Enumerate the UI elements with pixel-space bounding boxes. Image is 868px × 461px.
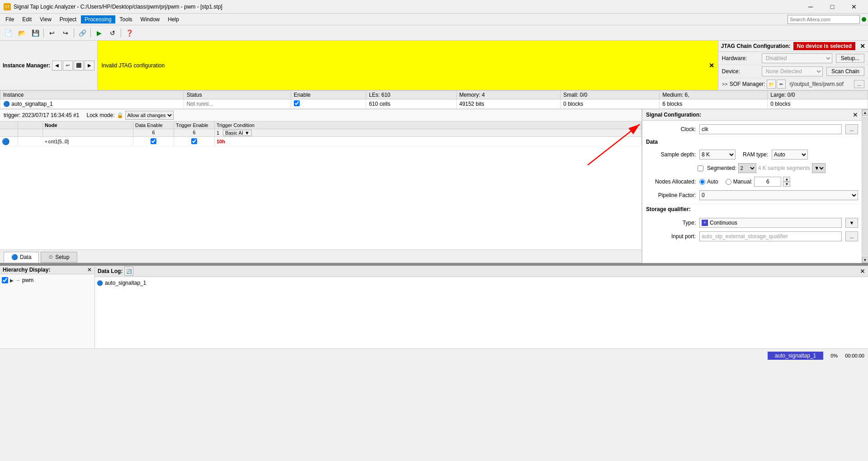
tab-data[interactable]: 🔵 Data [4, 252, 39, 263]
menu-tools[interactable]: Tools [116, 15, 136, 24]
segmented-type-select[interactable]: ▼ [812, 163, 826, 173]
instance-manager-label: Instance Manager: [3, 62, 50, 69]
toolbar-separator-3 [90, 28, 91, 38]
nodes-increment-button[interactable]: ▲ [783, 177, 790, 182]
device-select[interactable]: None Detected [762, 66, 823, 76]
menu-project[interactable]: Project [56, 15, 80, 24]
nodes-manual-radio[interactable] [726, 179, 731, 185]
minimize-button[interactable]: ─ [800, 0, 821, 14]
scan-chain-button[interactable]: Scan Chain [826, 67, 864, 76]
status-instance-tab[interactable]: auto_signaltap_1 [768, 352, 823, 360]
basic-ai-select[interactable]: Basic AI ▼ [223, 130, 252, 136]
col-instance: Instance [0, 91, 184, 99]
tab-setup[interactable]: ⚙ Setup [41, 252, 77, 263]
row-trig-enable[interactable] [174, 137, 215, 146]
menu-file[interactable]: File [2, 15, 18, 24]
segmented-label: Segmented: [707, 165, 736, 171]
datalog-item-icon: 🔵 [97, 280, 103, 286]
menu-edit[interactable]: Edit [19, 15, 35, 24]
new-button[interactable]: 📄 [2, 27, 14, 39]
link-button[interactable]: 🔗 [76, 27, 89, 39]
trigger-text: trigger: 2023/07/17 16:34:45 #1 [4, 112, 79, 118]
sof-more-button[interactable]: ... [854, 80, 864, 88]
row-data-enable[interactable] [133, 137, 174, 146]
datalog-item[interactable]: 🔵 auto_signaltap_1 [97, 279, 866, 287]
row-name: + cnt1[5..0] [43, 138, 133, 145]
menu-view[interactable]: View [36, 15, 55, 24]
input-port-label: Input port: [646, 233, 696, 240]
segments-count-select[interactable]: 2 [738, 163, 756, 173]
instance-enable[interactable] [291, 99, 366, 109]
menu-window[interactable]: Window [137, 15, 164, 24]
scroll-thumb[interactable] [862, 117, 868, 256]
menu-processing[interactable]: Processing [81, 15, 115, 24]
sof-label: SOF Manager: [730, 81, 765, 87]
setup-button[interactable]: Setup... [836, 54, 864, 63]
sof-arrows: >> [722, 81, 728, 87]
input-port-input[interactable] [699, 231, 842, 241]
nodes-auto-radio[interactable] [699, 179, 705, 185]
clock-input[interactable] [699, 124, 842, 134]
sub-trig-en: 6 [174, 129, 215, 136]
ram-type-select[interactable]: Auto [772, 150, 808, 160]
im-btn-4[interactable]: ▶ [85, 61, 94, 71]
signal-config-close-button[interactable]: ✕ [853, 111, 858, 118]
datalog-item-label: auto_signaltap_1 [105, 280, 146, 286]
hierarchy-pwm-checkbox[interactable] [2, 277, 8, 283]
hierarchy-expand-icon: ▶ [10, 278, 14, 283]
alert-close-button[interactable]: ✕ [709, 62, 714, 69]
nodes-manual-label: Manual: [733, 179, 753, 185]
nodes-decrement-button[interactable]: ▼ [783, 182, 790, 187]
table-row[interactable]: 🔵 auto_signaltap_1 Not runni... 610 cell… [0, 99, 868, 109]
signal-data-row[interactable]: 🔵 + cnt1[5..0] 10h [0, 137, 642, 146]
im-btn-3[interactable]: ⬛ [74, 61, 84, 71]
clock-browse-button[interactable]: ... [845, 124, 858, 134]
pipeline-label: Pipeline Factor: [646, 192, 696, 198]
restart-button[interactable]: ↺ [106, 27, 119, 39]
input-port-browse-button[interactable]: ... [845, 231, 858, 241]
sof-edit-icon[interactable]: ✏ [777, 80, 786, 89]
help-button[interactable]: ❓ [123, 27, 136, 39]
signal-panel: trigger: 2023/07/17 16:34:45 #1 Lock mod… [0, 109, 642, 263]
menu-help[interactable]: Help [164, 15, 183, 24]
scroll-up-button[interactable]: ▲ [862, 109, 868, 116]
sof-folder-icon[interactable]: 📁 [767, 80, 776, 89]
title-bar: ST Signal Tap Logic Analyzer - C:/Users/… [0, 0, 868, 14]
save-button[interactable]: 💾 [29, 27, 42, 39]
scroll-down-button[interactable]: ▼ [862, 257, 868, 263]
search-input[interactable] [788, 15, 860, 24]
sub-name [43, 129, 133, 136]
datalog-refresh-button[interactable]: 🔄 [124, 267, 133, 276]
signal-config-scrollbar[interactable]: ▲ ▼ [862, 109, 868, 263]
sub-trig-cond: 1 Basic AI ▼ [215, 129, 642, 136]
undo-button[interactable]: ↩ [46, 27, 58, 39]
hierarchy-close-button[interactable]: ✕ [87, 267, 92, 273]
jtag-close-button[interactable]: ✕ [860, 42, 865, 50]
close-button[interactable]: ✕ [844, 0, 864, 14]
no-device-badge: No device is selected [793, 42, 855, 50]
run-button[interactable]: ▶ [93, 27, 105, 39]
hierarchy-item-pwm[interactable]: ▶ → pwm [2, 276, 93, 284]
sub-type [0, 129, 18, 136]
pipeline-select[interactable]: 0 [699, 190, 858, 200]
nodes-allocated-row: Nodes Allocated: Auto Manual: ▲ [646, 177, 858, 187]
instance-memory: 49152 bits [456, 99, 560, 109]
ram-type-label: RAM type: [743, 151, 768, 158]
segmented-checkbox[interactable] [698, 165, 703, 171]
open-button[interactable]: 📂 [15, 27, 28, 39]
im-btn-1[interactable]: ◀ [52, 61, 62, 71]
hardware-row: Hardware: Disabled Setup... [718, 52, 868, 65]
im-btn-2[interactable]: ↩ [63, 61, 73, 71]
sub-headers: 6 6 1 Basic AI ▼ [0, 129, 642, 137]
storage-type-dropdown[interactable]: ▼ [845, 218, 858, 228]
maximize-button[interactable]: □ [822, 0, 843, 14]
nodes-manual-input[interactable] [754, 177, 781, 187]
instance-manager-bar: Instance Manager: ◀ ↩ ⬛ ▶ [0, 41, 98, 90]
datalog-close-button[interactable]: ✕ [860, 268, 865, 275]
redo-button[interactable]: ↪ [59, 27, 72, 39]
storage-type-row: Type: ≡ Continuous ▼ [646, 218, 858, 228]
lock-mode-select[interactable]: Allow all changes [125, 111, 174, 120]
sample-depth-select[interactable]: 8 K [699, 150, 736, 160]
hardware-select[interactable]: Disabled [762, 53, 832, 63]
col-memory: Memory: 4 [456, 91, 560, 99]
